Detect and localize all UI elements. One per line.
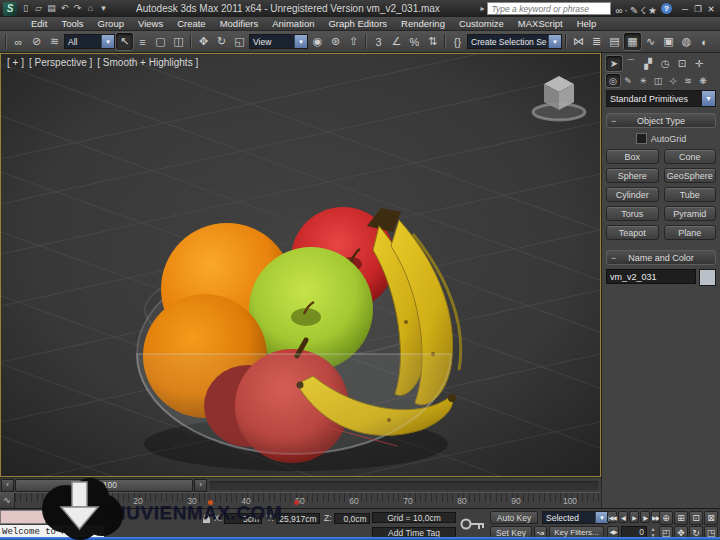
undo-icon[interactable]: ↶ — [58, 1, 71, 16]
restore-button[interactable]: ❐ — [692, 4, 704, 14]
mini-curve-editor-button[interactable]: ∿ — [0, 493, 15, 508]
viewcube[interactable] — [528, 68, 590, 126]
tab-motion-icon[interactable]: ◷ — [657, 56, 673, 71]
material-editor-icon[interactable]: ◍ — [678, 33, 695, 50]
chevron-down-icon[interactable]: ▾ — [294, 35, 307, 48]
chevron-down-icon[interactable]: ▾ — [548, 35, 561, 48]
previous-frame-button[interactable]: ◀| — [618, 511, 628, 523]
previous-frame-arrow[interactable]: ‹ — [1, 479, 14, 492]
chevron-down-icon[interactable]: ▾ — [702, 91, 715, 106]
app-logo-icon[interactable]: S — [3, 2, 17, 16]
autogrid-checkbox[interactable] — [636, 133, 647, 144]
menu-help[interactable]: Help — [570, 18, 604, 29]
torus-button[interactable]: Torus — [606, 206, 659, 221]
z-value-field[interactable]: 0,0cm — [334, 513, 370, 524]
mirror-icon[interactable]: ⋈ — [570, 33, 587, 50]
menu-rendering[interactable]: Rendering — [394, 18, 452, 29]
selection-filter-dropdown[interactable]: All ▾ — [64, 34, 115, 49]
select-and-manipulate-icon[interactable]: ⊛ — [327, 33, 344, 50]
object-color-swatch[interactable] — [699, 269, 716, 286]
next-frame-button[interactable]: |▶ — [640, 511, 650, 523]
menu-create[interactable]: Create — [170, 18, 213, 29]
menu-customize[interactable]: Customize — [452, 18, 511, 29]
auto-key-button[interactable]: Auto Key — [490, 511, 538, 524]
select-and-link-icon[interactable]: ∞ — [10, 33, 27, 50]
category-helpers-icon[interactable]: ⊹ — [666, 74, 680, 87]
category-shapes-icon[interactable]: ✎ — [621, 74, 635, 87]
selection-set-key-dropdown[interactable]: Selected ▾ — [542, 511, 609, 524]
category-space-warps-icon[interactable]: ≋ — [681, 74, 695, 87]
graphite-modeling-toggle-icon[interactable]: ▦ — [624, 33, 641, 50]
select-by-name-icon[interactable]: ≡ — [134, 33, 151, 50]
tab-utilities-icon[interactable]: ✛ — [691, 56, 707, 71]
set-key-icon[interactable] — [460, 515, 486, 535]
open-file-icon[interactable]: ▱ — [32, 1, 45, 16]
use-pivot-center-icon[interactable]: ◉ — [309, 33, 326, 50]
save-file-icon[interactable]: ▤ — [45, 1, 58, 16]
tab-modify-icon[interactable]: ⌒ — [623, 56, 639, 71]
help-icon[interactable]: ? — [661, 3, 672, 14]
sphere-button[interactable]: Sphere — [606, 168, 659, 183]
cone-button[interactable]: Cone — [664, 149, 717, 164]
tab-create-icon[interactable]: ➤ — [606, 56, 622, 71]
menu-maxscript[interactable]: MAXScript — [511, 18, 570, 29]
box-button[interactable]: Box — [606, 149, 659, 164]
named-selection-set-dropdown[interactable]: Create Selection Se ▾ — [467, 34, 562, 49]
new-scene-icon[interactable]: ▯ — [19, 1, 32, 16]
keyboard-override-icon[interactable]: ⇧ — [345, 33, 362, 50]
category-systems-icon[interactable]: ❋ — [696, 74, 710, 87]
menu-animation[interactable]: Animation — [265, 18, 321, 29]
maxscript-mini-listener-pink[interactable] — [0, 510, 46, 524]
select-and-scale-icon[interactable]: ◱ — [231, 33, 248, 50]
favorites-star-icon[interactable]: ★ — [647, 5, 658, 16]
curve-editor-icon[interactable]: ∿ — [642, 33, 659, 50]
infocenter-search-input[interactable] — [487, 2, 611, 15]
select-and-move-icon[interactable]: ✥ — [195, 33, 212, 50]
rectangular-selection-region-icon[interactable]: ▢ — [152, 33, 169, 50]
menu-edit[interactable]: Edit — [24, 18, 54, 29]
tab-hierarchy-icon[interactable]: ▞ — [640, 56, 656, 71]
percent-snap-icon[interactable]: % — [406, 33, 423, 50]
primitive-type-dropdown[interactable]: Standard Primitives ▾ — [606, 90, 716, 107]
zoom-all-icon[interactable]: ⊞ — [674, 511, 688, 525]
object-name-field[interactable] — [606, 269, 696, 284]
teapot-button[interactable]: Teapot — [606, 225, 659, 240]
collapse-icon[interactable]: − — [611, 253, 616, 263]
viewport-pov-menu[interactable]: [ Perspective ] — [29, 57, 92, 68]
layer-manager-icon[interactable]: ▤ — [606, 33, 623, 50]
snap-toggle-3d-icon[interactable]: 3 — [370, 33, 387, 50]
unlink-selection-icon[interactable]: ⊘ — [28, 33, 45, 50]
quick-access-dropdown-icon[interactable]: ▾ — [97, 1, 110, 16]
play-button[interactable]: ▶ — [629, 511, 639, 523]
pyramid-button[interactable]: Pyramid — [664, 206, 717, 221]
close-button[interactable]: ✕ — [705, 4, 717, 14]
menu-graph-editors[interactable]: Graph Editors — [321, 18, 394, 29]
angle-snap-icon[interactable]: ∠ — [388, 33, 405, 50]
menu-views[interactable]: Views — [131, 18, 170, 29]
select-object-icon[interactable]: ↖ — [116, 33, 133, 50]
redo-icon[interactable]: ↷ — [71, 1, 84, 16]
render-setup-icon[interactable]: ◐ — [696, 33, 713, 50]
schematic-view-icon[interactable]: ▣ — [660, 33, 677, 50]
window-crossing-icon[interactable]: ◫ — [170, 33, 187, 50]
named-selection-sets-icon[interactable]: {} — [449, 33, 466, 50]
go-to-start-button[interactable]: |◀◀ — [607, 511, 617, 523]
zoom-extents-all-icon[interactable]: ⊠ — [704, 511, 718, 525]
menu-modifiers[interactable]: Modifiers — [213, 18, 266, 29]
plane-button[interactable]: Plane — [664, 225, 717, 240]
tab-display-icon[interactable]: ⊡ — [674, 56, 690, 71]
communication-center-icon[interactable]: ☇ — [639, 5, 647, 16]
object-type-rollout-header[interactable]: − Object Type — [606, 113, 716, 128]
category-lights-icon[interactable]: ☀ — [636, 74, 650, 87]
menu-group[interactable]: Group — [91, 18, 131, 29]
search-expand-icon[interactable]: ▸ — [480, 4, 484, 13]
bind-to-space-warp-icon[interactable]: ≋ — [46, 33, 63, 50]
viewport-shading-menu[interactable]: [ Smooth + Highlights ] — [97, 57, 198, 68]
reference-coordinate-dropdown[interactable]: View ▾ — [249, 34, 308, 49]
zoom-icon[interactable]: ⊕ — [659, 511, 673, 525]
search-binoculars-icon[interactable]: ∞ — [614, 5, 623, 16]
tube-button[interactable]: Tube — [664, 187, 717, 202]
menu-tools[interactable]: Tools — [54, 18, 90, 29]
category-geometry-icon[interactable]: ◎ — [606, 74, 620, 87]
project-folder-icon[interactable]: ⌂ — [84, 1, 97, 16]
